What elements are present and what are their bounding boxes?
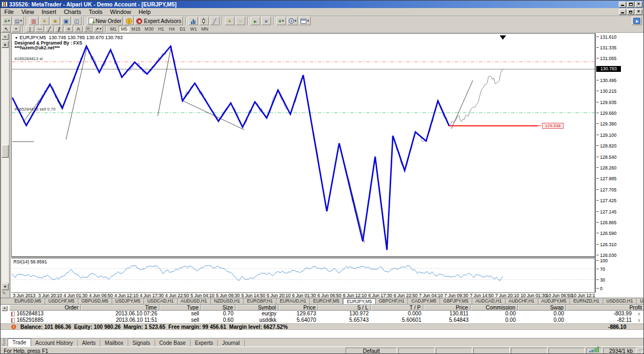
bar-chart-button[interactable] xyxy=(188,17,198,25)
child-restore-button[interactable] xyxy=(627,9,634,15)
column-header[interactable]: Price xyxy=(279,305,318,311)
periods-button[interactable]: ▾ xyxy=(287,17,298,25)
menu-item[interactable]: Insert xyxy=(38,8,60,16)
data-window-button[interactable]: + xyxy=(40,17,49,25)
cursor-tool-button[interactable]: ↖ xyxy=(2,26,11,32)
order-row[interactable]: 165291885 2013.06.10 11:51 sell 0.60 usd… xyxy=(9,317,644,323)
column-header[interactable]: Size xyxy=(201,305,236,311)
scrollbar-track[interactable] xyxy=(2,48,9,283)
fibonacci-button[interactable]: ≡ xyxy=(64,26,73,32)
crosshair-tool-button[interactable]: + xyxy=(12,26,20,32)
time-axis[interactable]: 3 Jun 20133 Jun 20:104 Jun 01:304 Jun 06… xyxy=(11,292,595,298)
chart-tab[interactable]: USDJPY,M5 xyxy=(112,298,144,304)
title-bar[interactable]: 335526: MetaTrader - Alpari UK - Demo Ac… xyxy=(1,1,643,8)
chart-tab[interactable]: CADJPY,M5 xyxy=(408,298,440,304)
community-button[interactable] xyxy=(632,17,642,25)
terminal-button[interactable]: ▣ xyxy=(61,17,71,25)
strategy-tester-button[interactable]: ◫ xyxy=(72,17,82,25)
terminal-tab[interactable]: Experts xyxy=(191,340,218,347)
chart-tab[interactable]: AUDUSD,H1 xyxy=(178,298,211,304)
price-axis[interactable]: 131.610131.335131.055130.495130.215129.9… xyxy=(595,33,644,292)
label-tool-button[interactable]: T xyxy=(84,26,92,32)
zoom-in-button[interactable]: + xyxy=(225,17,235,25)
horizontal-line-button[interactable]: — xyxy=(35,26,44,32)
rsi-pane[interactable]: RSI(14) 58.9591 xyxy=(11,259,595,292)
timeframe-button[interactable]: M1 xyxy=(108,26,119,32)
terminal-grip-label[interactable]: Terminal xyxy=(1,338,8,347)
column-header[interactable]: Price xyxy=(423,305,471,311)
chart-tab[interactable]: EURNZD,H1 xyxy=(570,298,603,304)
channel-button[interactable]: ∥ xyxy=(55,26,63,32)
panel-close-icon[interactable]: × xyxy=(2,34,9,40)
scrollbar-thumb[interactable] xyxy=(2,145,9,158)
candlestick-button[interactable] xyxy=(199,17,209,25)
chart-tab[interactable]: GBPCHF,H1 xyxy=(376,298,408,304)
zoom-out-button[interactable]: − xyxy=(236,17,245,25)
menu-item[interactable]: Tools xyxy=(85,8,106,16)
terminal-tab[interactable]: Account History xyxy=(31,340,78,347)
indicators-button[interactable]: +▾ xyxy=(276,17,286,25)
menu-item[interactable]: View xyxy=(18,8,38,16)
metaeditor-button[interactable]: ! xyxy=(124,17,134,25)
column-header[interactable]: T / P xyxy=(371,305,423,311)
timeframe-button[interactable]: MN xyxy=(199,26,210,32)
menu-item[interactable]: Charts xyxy=(60,8,85,16)
terminal-tab[interactable]: Alerts xyxy=(78,340,101,347)
timeframe-button[interactable]: W1 xyxy=(188,26,199,32)
templates-button[interactable]: ▾ xyxy=(299,17,311,25)
chart-tab[interactable]: AUDJPY,M5 xyxy=(538,298,570,304)
profiles-button[interactable]: ▤▾ xyxy=(13,17,24,25)
terminal-close-icon[interactable]: × xyxy=(2,306,8,311)
column-header[interactable]: Symbol xyxy=(236,305,279,311)
orders-table-header[interactable]: OrderTimeTypeSizeSymbolPriceS / LT / PPr… xyxy=(9,305,644,311)
expert-advisors-button[interactable]: Expert Advisors xyxy=(135,17,182,25)
timeframe-button[interactable]: H1 xyxy=(156,26,166,32)
pencil-icon[interactable]: ✎ xyxy=(2,291,6,296)
close-order-icon[interactable]: x xyxy=(638,317,641,323)
scroll-up-icon[interactable]: ▲ xyxy=(2,41,9,48)
trendline-button[interactable]: ╱ xyxy=(45,26,54,32)
vertical-line-button[interactable]: | xyxy=(26,26,34,32)
new-order-button[interactable]: + New Order xyxy=(87,17,123,25)
text-tool-button[interactable]: A xyxy=(74,26,83,32)
column-header[interactable]: S / L xyxy=(318,305,371,311)
terminal-tab[interactable]: Trade xyxy=(8,338,31,347)
terminal-tab[interactable]: Code Base xyxy=(155,340,191,347)
connection-signal-icon[interactable] xyxy=(586,348,602,354)
line-chart-button[interactable]: ╱ xyxy=(210,17,219,25)
chart-tab[interactable]: NZDUSD,H1 xyxy=(211,298,244,304)
chart-tab[interactable]: EURJPY,M5 xyxy=(343,298,376,304)
chart-tab[interactable]: USDCHF,M5 xyxy=(45,298,78,304)
child-close-button[interactable]: × xyxy=(635,9,642,15)
chart-tab[interactable]: USDCAD,H1 xyxy=(144,298,177,304)
close-order-icon[interactable]: x xyxy=(638,311,641,317)
close-button[interactable]: × xyxy=(635,2,642,8)
timeframe-button[interactable]: M15 xyxy=(129,26,143,32)
child-minimize-button[interactable] xyxy=(619,9,626,15)
column-header[interactable]: Time xyxy=(81,305,159,311)
timeframe-button[interactable]: H4 xyxy=(166,26,177,32)
timeframe-button[interactable]: M30 xyxy=(143,26,156,32)
minimize-button[interactable] xyxy=(619,2,626,8)
maximize-button[interactable] xyxy=(627,2,634,8)
chart-tab[interactable]: AUDCAD,H1 xyxy=(472,298,506,304)
auto-scroll-button[interactable]: ▸ xyxy=(251,17,260,25)
column-header[interactable]: Profit xyxy=(566,305,644,311)
column-header[interactable]: Type xyxy=(159,305,201,311)
scroll-down-icon[interactable]: ▼ xyxy=(2,283,9,290)
order-row[interactable]: 165284813 2013.06.10 07:26 sell 0.70 eur… xyxy=(9,311,644,317)
status-profile-cell[interactable]: Default xyxy=(346,348,397,354)
chart-shift-button[interactable]: » xyxy=(261,17,271,25)
chart-tab[interactable]: GBPUSD,M5 xyxy=(78,298,112,304)
resize-grip[interactable] xyxy=(638,348,644,354)
menu-item[interactable]: Window xyxy=(106,8,135,16)
arrows-tool-button[interactable]: ↗▾ xyxy=(93,26,103,32)
chart-tab[interactable]: EURAUD,H1 xyxy=(276,298,310,304)
chart-tab[interactable]: EURUSD,M5 xyxy=(11,298,45,304)
column-header[interactable]: Order xyxy=(9,305,81,311)
column-header[interactable]: Swap xyxy=(518,305,566,311)
market-watch-button[interactable]: ▥ xyxy=(29,17,39,25)
menu-item[interactable]: File xyxy=(1,8,18,16)
chart-canvas[interactable]: ▼ EURJPY,M5 130.745 130.785 130.670 130.… xyxy=(11,33,595,257)
timeframe-button[interactable]: M5 xyxy=(119,26,129,32)
